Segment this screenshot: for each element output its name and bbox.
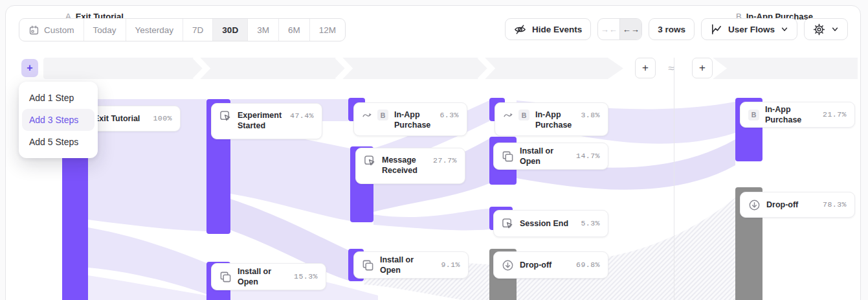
- step-b-event-badge: B: [377, 110, 388, 121]
- collapse-icon: →←: [601, 25, 618, 34]
- any-steps-between-symbol: ≈: [662, 58, 680, 79]
- date-range-3m[interactable]: 3M: [248, 19, 279, 41]
- drop-off-icon: [502, 259, 514, 271]
- rows-button[interactable]: 3 rows: [649, 18, 695, 40]
- flow-experiment-to-message: [230, 126, 350, 221]
- gear-icon: [813, 23, 825, 36]
- install-icon: [219, 271, 232, 283]
- chevron-down-icon: [781, 25, 788, 33]
- segment-divider-line: [674, 58, 674, 300]
- collapse-columns-button[interactable]: →←: [598, 19, 619, 40]
- add-step-after-a-button[interactable]: +: [635, 58, 656, 78]
- add-steps-menu: Add 1 Step Add 3 Steps Add 5 Steps: [19, 82, 98, 158]
- add-step-before-b-button[interactable]: +: [692, 58, 713, 78]
- date-range-selector: Custom Today Yesterday 7D 30D 3M 6M 12M: [19, 18, 346, 41]
- calendar-icon: [28, 25, 39, 36]
- date-range-12m[interactable]: 12M: [310, 19, 345, 41]
- menu-item-add-1-step[interactable]: Add 1 Step: [22, 87, 95, 109]
- user-flows-panel: Custom Today Yesterday 7D 30D 3M 6M 12M …: [5, 5, 861, 300]
- install-icon: [502, 150, 514, 163]
- flow-message-to-session-end: [373, 209, 489, 230]
- install-icon: [362, 259, 374, 271]
- jump-icon: [362, 110, 373, 121]
- node-card-in-app-purchase-4[interactable]: B In-App Purchase 3.8%: [495, 102, 608, 136]
- date-range-yesterday[interactable]: Yesterday: [126, 19, 184, 41]
- add-step-before-button[interactable]: +: [21, 59, 38, 77]
- click-event-icon: [219, 110, 232, 122]
- expand-icon: ←→: [623, 25, 640, 34]
- drop-off-icon: [748, 199, 761, 211]
- node-card-install-or-open-4[interactable]: Install or Open 14.7%: [493, 143, 608, 170]
- click-event-icon: [364, 155, 376, 167]
- rows-label: 3 rows: [658, 25, 685, 34]
- date-range-custom[interactable]: Custom: [19, 19, 84, 41]
- flow-exit-to-install: [88, 227, 206, 294]
- node-card-install-or-open-3[interactable]: Install or Open 9.1%: [353, 251, 469, 279]
- node-card-dropoff-4[interactable]: Drop-off 69.8%: [493, 251, 608, 279]
- jump-icon: [503, 110, 514, 121]
- click-event-icon: [502, 218, 514, 230]
- node-card-install-or-open-2[interactable]: Install or Open 15.3%: [211, 263, 326, 290]
- node-card-experiment-started[interactable]: Experiment Started 47.4%: [211, 103, 322, 139]
- node-card-b-dropoff[interactable]: Drop-off 78.3%: [740, 192, 855, 218]
- date-range-today[interactable]: Today: [84, 19, 126, 41]
- menu-item-add-3-steps[interactable]: Add 3 Steps: [22, 109, 95, 131]
- node-card-message-received[interactable]: Message Received 27.7%: [355, 148, 465, 184]
- view-type-dropdown[interactable]: User Flows: [701, 18, 797, 40]
- date-range-6m[interactable]: 6M: [279, 19, 310, 41]
- step-a-header-band[interactable]: [43, 58, 623, 79]
- hide-events-button[interactable]: Hide Events: [505, 18, 591, 40]
- step-b-event-badge: B: [748, 110, 759, 121]
- eye-off-icon: [514, 23, 526, 36]
- column-width-toggle: →← ←→: [597, 18, 642, 40]
- view-type-label: User Flows: [728, 25, 775, 34]
- hide-events-label: Hide Events: [532, 25, 582, 34]
- menu-item-add-5-steps[interactable]: Add 5 Steps: [22, 131, 95, 153]
- date-range-label: Custom: [44, 25, 74, 35]
- node-card-in-app-purchase-3[interactable]: B In-App Purchase 6.3%: [353, 102, 467, 136]
- date-range-7d[interactable]: 7D: [183, 19, 213, 41]
- step-b-header-band[interactable]: [713, 58, 858, 79]
- expand-columns-button[interactable]: ←→: [619, 19, 641, 40]
- flow-chart-icon: [710, 23, 722, 36]
- chevron-down-icon: [831, 25, 839, 33]
- step-b-event-badge: B: [518, 110, 529, 121]
- settings-dropdown[interactable]: [804, 18, 848, 40]
- chart-toolbar: Hide Events →← ←→ 3 rows User Flows: [505, 18, 848, 40]
- node-card-session-end[interactable]: Session End 5.3%: [493, 210, 608, 237]
- date-range-30d[interactable]: 30D: [213, 19, 248, 41]
- node-card-b-in-app-purchase[interactable]: B In-App Purchase 21.7%: [740, 102, 855, 128]
